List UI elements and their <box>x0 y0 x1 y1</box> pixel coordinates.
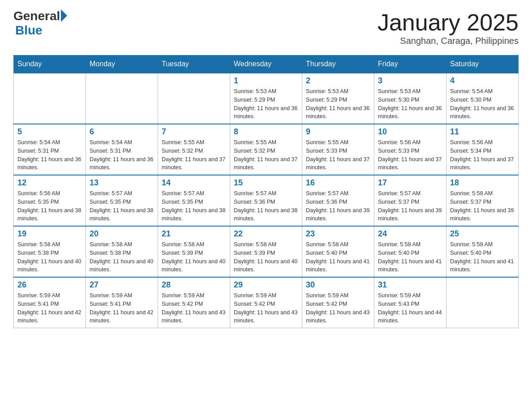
calendar-cell: 30Sunrise: 5:59 AM Sunset: 5:42 PM Dayli… <box>302 277 374 328</box>
calendar-cell <box>446 277 519 328</box>
calendar-week-5: 26Sunrise: 5:59 AM Sunset: 5:41 PM Dayli… <box>14 277 519 328</box>
logo-blue-text: Blue <box>15 23 67 38</box>
calendar-cell: 9Sunrise: 5:55 AM Sunset: 5:33 PM Daylig… <box>302 124 374 175</box>
day-number: 4 <box>450 76 515 86</box>
day-info: Sunrise: 5:54 AM Sunset: 5:30 PM Dayligh… <box>450 87 515 121</box>
day-number: 20 <box>90 229 154 239</box>
calendar-header-wednesday: Wednesday <box>230 56 302 73</box>
calendar-cell: 17Sunrise: 5:57 AM Sunset: 5:37 PM Dayli… <box>374 175 446 226</box>
day-info: Sunrise: 5:55 AM Sunset: 5:32 PM Dayligh… <box>162 138 226 172</box>
day-number: 21 <box>162 229 226 239</box>
calendar-week-4: 19Sunrise: 5:58 AM Sunset: 5:38 PM Dayli… <box>14 226 519 277</box>
day-number: 24 <box>378 229 442 239</box>
calendar-header-thursday: Thursday <box>302 56 374 73</box>
calendar-cell: 25Sunrise: 5:58 AM Sunset: 5:40 PM Dayli… <box>446 226 519 277</box>
calendar-cell: 16Sunrise: 5:57 AM Sunset: 5:36 PM Dayli… <box>302 175 374 226</box>
day-info: Sunrise: 5:59 AM Sunset: 5:41 PM Dayligh… <box>90 291 154 325</box>
day-info: Sunrise: 5:59 AM Sunset: 5:43 PM Dayligh… <box>378 291 442 325</box>
calendar-cell: 18Sunrise: 5:58 AM Sunset: 5:37 PM Dayli… <box>446 175 519 226</box>
calendar-week-1: 1Sunrise: 5:53 AM Sunset: 5:29 PM Daylig… <box>14 73 519 124</box>
day-number: 26 <box>17 280 82 290</box>
calendar-week-3: 12Sunrise: 5:56 AM Sunset: 5:35 PM Dayli… <box>14 175 519 226</box>
calendar-cell: 6Sunrise: 5:54 AM Sunset: 5:31 PM Daylig… <box>86 124 158 175</box>
day-number: 18 <box>450 178 515 188</box>
day-number: 19 <box>17 229 82 239</box>
calendar-cell: 5Sunrise: 5:54 AM Sunset: 5:31 PM Daylig… <box>14 124 86 175</box>
day-number: 29 <box>234 280 298 290</box>
calendar-header-friday: Friday <box>374 56 446 73</box>
calendar-cell: 15Sunrise: 5:57 AM Sunset: 5:36 PM Dayli… <box>230 175 302 226</box>
calendar-header-tuesday: Tuesday <box>158 56 230 73</box>
day-info: Sunrise: 5:54 AM Sunset: 5:31 PM Dayligh… <box>17 138 82 172</box>
calendar-cell: 27Sunrise: 5:59 AM Sunset: 5:41 PM Dayli… <box>86 277 158 328</box>
calendar-cell: 31Sunrise: 5:59 AM Sunset: 5:43 PM Dayli… <box>374 277 446 328</box>
day-info: Sunrise: 5:59 AM Sunset: 5:42 PM Dayligh… <box>306 291 370 325</box>
calendar-cell <box>86 73 158 124</box>
day-number: 7 <box>162 127 226 137</box>
day-info: Sunrise: 5:57 AM Sunset: 5:36 PM Dayligh… <box>306 189 370 223</box>
day-number: 5 <box>17 127 82 137</box>
day-info: Sunrise: 5:59 AM Sunset: 5:42 PM Dayligh… <box>162 291 226 325</box>
day-info: Sunrise: 5:56 AM Sunset: 5:33 PM Dayligh… <box>378 138 442 172</box>
calendar-cell: 13Sunrise: 5:57 AM Sunset: 5:35 PM Dayli… <box>86 175 158 226</box>
day-info: Sunrise: 5:56 AM Sunset: 5:34 PM Dayligh… <box>450 138 515 172</box>
calendar-subtitle: Sanghan, Caraga, Philippines <box>378 36 519 46</box>
day-info: Sunrise: 5:55 AM Sunset: 5:33 PM Dayligh… <box>306 138 370 172</box>
day-number: 23 <box>306 229 370 239</box>
calendar-header-row: SundayMondayTuesdayWednesdayThursdayFrid… <box>14 56 519 73</box>
calendar-cell: 20Sunrise: 5:58 AM Sunset: 5:38 PM Dayli… <box>86 226 158 277</box>
day-number: 16 <box>306 178 370 188</box>
day-number: 13 <box>90 178 154 188</box>
day-info: Sunrise: 5:59 AM Sunset: 5:41 PM Dayligh… <box>17 291 82 325</box>
calendar-cell: 12Sunrise: 5:56 AM Sunset: 5:35 PM Dayli… <box>14 175 86 226</box>
calendar-header-monday: Monday <box>86 56 158 73</box>
day-number: 14 <box>162 178 226 188</box>
day-number: 1 <box>234 76 298 86</box>
logo-arrow-icon <box>61 9 67 22</box>
day-info: Sunrise: 5:58 AM Sunset: 5:40 PM Dayligh… <box>450 240 515 274</box>
calendar-cell: 1Sunrise: 5:53 AM Sunset: 5:29 PM Daylig… <box>230 73 302 124</box>
calendar-cell <box>158 73 230 124</box>
day-number: 9 <box>306 127 370 137</box>
calendar-cell: 14Sunrise: 5:57 AM Sunset: 5:35 PM Dayli… <box>158 175 230 226</box>
calendar-header-saturday: Saturday <box>446 56 519 73</box>
day-number: 30 <box>306 280 370 290</box>
day-number: 11 <box>450 127 515 137</box>
day-number: 3 <box>378 76 442 86</box>
calendar-title-area: January 2025 Sanghan, Caraga, Philippine… <box>378 9 519 46</box>
day-number: 15 <box>234 178 298 188</box>
calendar-cell: 3Sunrise: 5:53 AM Sunset: 5:30 PM Daylig… <box>374 73 446 124</box>
day-number: 2 <box>306 76 370 86</box>
day-info: Sunrise: 5:58 AM Sunset: 5:40 PM Dayligh… <box>306 240 370 274</box>
day-number: 22 <box>234 229 298 239</box>
calendar-cell: 4Sunrise: 5:54 AM Sunset: 5:30 PM Daylig… <box>446 73 519 124</box>
calendar-cell: 7Sunrise: 5:55 AM Sunset: 5:32 PM Daylig… <box>158 124 230 175</box>
calendar-cell: 21Sunrise: 5:58 AM Sunset: 5:39 PM Dayli… <box>158 226 230 277</box>
day-info: Sunrise: 5:58 AM Sunset: 5:40 PM Dayligh… <box>378 240 442 274</box>
day-info: Sunrise: 5:58 AM Sunset: 5:37 PM Dayligh… <box>450 189 515 223</box>
logo: General Blue <box>13 9 67 38</box>
calendar-cell <box>14 73 86 124</box>
day-number: 27 <box>90 280 154 290</box>
day-info: Sunrise: 5:53 AM Sunset: 5:29 PM Dayligh… <box>234 87 298 121</box>
day-info: Sunrise: 5:58 AM Sunset: 5:39 PM Dayligh… <box>234 240 298 274</box>
calendar-cell: 2Sunrise: 5:53 AM Sunset: 5:29 PM Daylig… <box>302 73 374 124</box>
calendar-cell: 28Sunrise: 5:59 AM Sunset: 5:42 PM Dayli… <box>158 277 230 328</box>
day-number: 31 <box>378 280 442 290</box>
day-info: Sunrise: 5:58 AM Sunset: 5:39 PM Dayligh… <box>162 240 226 274</box>
day-number: 10 <box>378 127 442 137</box>
day-info: Sunrise: 5:57 AM Sunset: 5:36 PM Dayligh… <box>234 189 298 223</box>
calendar-cell: 22Sunrise: 5:58 AM Sunset: 5:39 PM Dayli… <box>230 226 302 277</box>
calendar-week-2: 5Sunrise: 5:54 AM Sunset: 5:31 PM Daylig… <box>14 124 519 175</box>
calendar-cell: 29Sunrise: 5:59 AM Sunset: 5:42 PM Dayli… <box>230 277 302 328</box>
calendar-cell: 24Sunrise: 5:58 AM Sunset: 5:40 PM Dayli… <box>374 226 446 277</box>
day-number: 28 <box>162 280 226 290</box>
day-number: 25 <box>450 229 515 239</box>
day-info: Sunrise: 5:57 AM Sunset: 5:35 PM Dayligh… <box>162 189 226 223</box>
day-info: Sunrise: 5:58 AM Sunset: 5:38 PM Dayligh… <box>17 240 82 274</box>
calendar-title: January 2025 <box>378 9 519 36</box>
calendar-cell: 19Sunrise: 5:58 AM Sunset: 5:38 PM Dayli… <box>14 226 86 277</box>
day-info: Sunrise: 5:53 AM Sunset: 5:29 PM Dayligh… <box>306 87 370 121</box>
day-info: Sunrise: 5:58 AM Sunset: 5:38 PM Dayligh… <box>90 240 154 274</box>
day-info: Sunrise: 5:57 AM Sunset: 5:37 PM Dayligh… <box>378 189 442 223</box>
